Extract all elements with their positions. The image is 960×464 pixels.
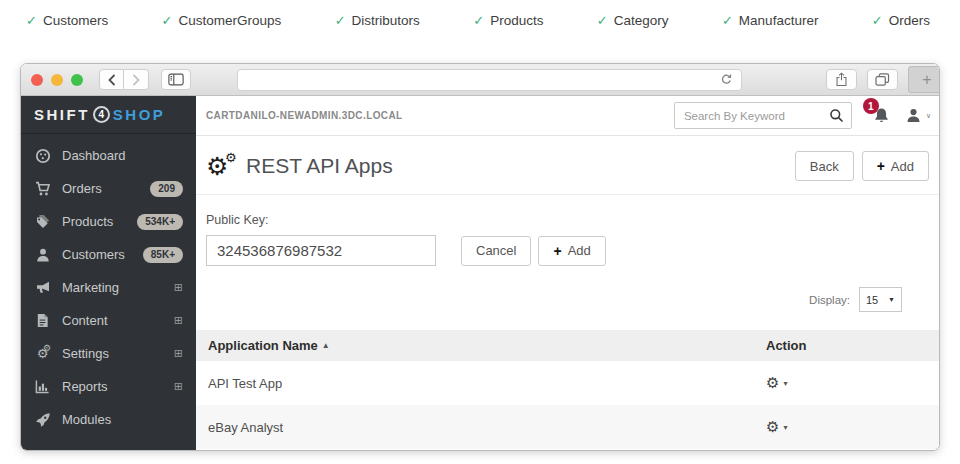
form-add-button[interactable]: + Add	[538, 236, 605, 266]
gear-menu-button[interactable]: ⚙	[766, 374, 779, 392]
expand-icon[interactable]: ⊞	[174, 281, 183, 294]
api-apps-table: Application Name ▲ Action API Test App ⚙…	[196, 330, 939, 449]
person-icon	[34, 247, 51, 263]
chevron-down-icon: ∨	[926, 112, 931, 120]
sidebar-item-label: Settings	[62, 346, 174, 361]
caret-down-icon[interactable]: ▾	[783, 379, 787, 388]
address-bar[interactable]	[237, 69, 742, 91]
tabs-icon	[875, 73, 890, 86]
url-input[interactable]	[246, 74, 720, 86]
tags-icon	[34, 214, 51, 230]
check-icon: ✓	[473, 13, 484, 28]
megaphone-icon	[34, 280, 51, 296]
check-icon: ✓	[597, 13, 608, 28]
sidebar-item-marketing[interactable]: Marketing ⊞	[21, 271, 196, 304]
cancel-button[interactable]: Cancel	[461, 236, 531, 266]
sidebar-item-label: Marketing	[62, 280, 174, 295]
cogs-icon: ⚙ ⚙	[206, 153, 238, 180]
tabs-overview-button[interactable]	[867, 69, 898, 90]
sidebar-item-reports[interactable]: Reports ⊞	[21, 370, 196, 403]
app-name-cell: eBay Analyst	[208, 420, 766, 435]
chevron-left-icon	[108, 74, 116, 86]
browser-toolbar: +	[21, 64, 939, 96]
sidebar-item-orders[interactable]: Orders 209	[21, 172, 196, 205]
back-button[interactable]: Back	[795, 151, 854, 181]
sidebar-item-dashboard[interactable]: Dashboard	[21, 139, 196, 172]
sync-item-manufacturer: ✓ Manufacturer	[722, 13, 818, 28]
gear-menu-button[interactable]: ⚙	[766, 418, 779, 436]
search-input[interactable]	[684, 110, 829, 122]
check-icon: ✓	[335, 13, 346, 28]
add-button[interactable]: + Add	[862, 151, 929, 181]
forward-nav-button[interactable]	[124, 69, 149, 90]
app-name-cell: API Test App	[208, 376, 766, 391]
sync-item-label: Category	[614, 13, 669, 28]
sync-item-label: Orders	[889, 13, 930, 28]
orders-count-badge: 209	[150, 181, 183, 197]
nav-buttons	[99, 69, 149, 90]
sidebar-item-modules[interactable]: Modules	[21, 403, 196, 436]
logo-number-circle: 4	[93, 106, 110, 123]
action-cell: ⚙ ▾	[766, 418, 939, 436]
sync-item-products: ✓ Products	[473, 13, 543, 28]
page-title: REST API Apps	[246, 154, 795, 178]
sidebar-item-label: Modules	[62, 412, 183, 427]
public-key-input[interactable]	[206, 235, 436, 266]
plus-icon: +	[922, 71, 931, 89]
display-count-row: Display: 15 ▼	[196, 266, 939, 322]
sync-item-category: ✓ Category	[597, 13, 669, 28]
expand-icon[interactable]: ⊞	[174, 347, 183, 360]
zoom-window-button[interactable]	[71, 74, 83, 86]
sync-status-bar: ✓ Customers ✓ CustomerGroups ✓ Distribut…	[0, 0, 960, 40]
sidebar-item-customers[interactable]: Customers 85K+	[21, 238, 196, 271]
sidebar-item-content[interactable]: Content ⊞	[21, 304, 196, 337]
sync-item-label: Manufacturer	[739, 13, 819, 28]
admin-sidebar: SHIFT 4 SHOP Dashboard Orders 209	[21, 96, 196, 451]
admin-header: CARTDANILO-NEWADMIN.3DC.LOCAL 1 ∨	[196, 96, 939, 136]
sync-item-label: Products	[490, 13, 543, 28]
caret-down-icon: ▼	[888, 296, 895, 303]
keyword-search-box[interactable]	[674, 102, 852, 129]
new-tab-button[interactable]: +	[908, 66, 940, 93]
bar-chart-icon	[34, 379, 51, 394]
check-icon: ✓	[162, 13, 173, 28]
user-menu-button[interactable]: ∨	[905, 107, 931, 124]
logo-text-shop: SHOP	[113, 106, 166, 123]
rocket-icon	[34, 412, 51, 428]
sync-item-orders: ✓ Orders	[872, 13, 930, 28]
display-count-select[interactable]: 15 ▼	[859, 287, 902, 312]
browser-window: + SHIFT 4 SHOP Dashboard	[20, 63, 940, 451]
check-icon: ✓	[722, 13, 733, 28]
caret-down-icon[interactable]: ▾	[783, 423, 787, 432]
sync-item-distributors: ✓ Distributors	[335, 13, 420, 28]
plus-icon: +	[553, 243, 561, 259]
sidebar-item-label: Orders	[62, 181, 150, 196]
expand-icon[interactable]: ⊞	[174, 314, 183, 327]
gears-icon: ⚙ ⚙	[34, 346, 51, 362]
cart-icon	[34, 181, 51, 197]
sidebar-icon	[168, 73, 184, 86]
shift4shop-logo[interactable]: SHIFT 4 SHOP	[21, 96, 196, 134]
sidebar-item-label: Content	[62, 313, 174, 328]
display-label: Display:	[809, 294, 850, 306]
products-count-badge: 534K+	[137, 214, 183, 230]
dashboard-icon	[34, 148, 51, 164]
table-row: API Test App ⚙ ▾	[196, 361, 939, 405]
logo-text-shift: SHIFT	[34, 106, 90, 123]
minimize-window-button[interactable]	[51, 74, 63, 86]
search-icon[interactable]	[829, 108, 844, 123]
sidebar-item-settings[interactable]: ⚙ ⚙ Settings ⊞	[21, 337, 196, 370]
sync-item-label: CustomerGroups	[178, 13, 281, 28]
notifications-button[interactable]: 1	[873, 107, 890, 124]
expand-icon[interactable]: ⊞	[174, 380, 183, 393]
sidebar-item-label: Products	[62, 214, 137, 229]
sidebar-item-products[interactable]: Products 534K+	[21, 205, 196, 238]
admin-main: CARTDANILO-NEWADMIN.3DC.LOCAL 1 ∨ ⚙ ⚙	[196, 96, 939, 451]
share-button[interactable]	[826, 69, 857, 90]
close-window-button[interactable]	[31, 74, 43, 86]
back-nav-button[interactable]	[99, 69, 124, 90]
refresh-icon[interactable]	[720, 73, 733, 86]
column-header-application-name[interactable]: Application Name ▲	[208, 338, 766, 353]
check-icon: ✓	[872, 13, 883, 28]
sidebar-toggle-button[interactable]	[161, 69, 191, 90]
